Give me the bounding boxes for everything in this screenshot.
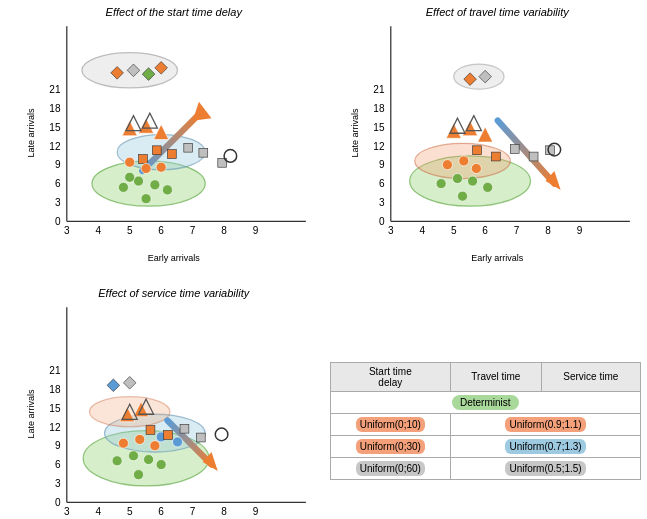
legend-row3-start: Uniform(0;60) xyxy=(330,457,451,479)
chart2-area: Late arrivals 0 3 6 9 12 15 18 21 3 4 5 … xyxy=(352,20,644,247)
legend-determinist-cell: Determinist xyxy=(330,391,641,413)
legend-row2-start: Uniform(0;30) xyxy=(330,435,451,457)
uniform-07-13-badge: Uniform(0.7;1.3) xyxy=(505,439,585,454)
svg-rect-78 xyxy=(491,152,500,161)
legend-row2-travel: Uniform(0.7;1.3) xyxy=(451,435,641,457)
svg-marker-21 xyxy=(193,102,212,121)
legend-panel: Start timedelay Travel time Service time… xyxy=(324,281,648,520)
svg-text:0: 0 xyxy=(378,216,384,227)
svg-point-70 xyxy=(452,174,462,184)
svg-text:7: 7 xyxy=(513,225,519,236)
page-container: Effect of the start time delay Late arri… xyxy=(0,0,647,519)
svg-marker-131 xyxy=(123,376,136,389)
chart3-area: Late arrivals 0 3 6 9 12 15 18 21 3 4 5 … xyxy=(28,301,320,520)
svg-text:5: 5 xyxy=(127,505,133,516)
legend-table: Start timedelay Travel time Service time… xyxy=(330,362,642,480)
svg-point-75 xyxy=(458,156,468,166)
uniform-0-10-badge: Uniform(0;10) xyxy=(356,417,425,432)
legend-row1-travel: Uniform(0.9;1.1) xyxy=(451,413,641,435)
chart1-area: Late arrivals 0 3 6 9 12 15 18 21 3 4 5 … xyxy=(28,20,320,247)
svg-point-46 xyxy=(224,150,237,163)
svg-text:21: 21 xyxy=(373,84,385,95)
svg-text:3: 3 xyxy=(55,478,61,489)
svg-point-22 xyxy=(118,182,128,192)
chart2-ylabel: Late arrivals xyxy=(349,109,359,158)
chart1-panel: Effect of the start time delay Late arri… xyxy=(0,0,324,281)
svg-point-114 xyxy=(144,454,154,464)
svg-rect-125 xyxy=(196,433,205,442)
svg-point-119 xyxy=(150,440,160,450)
svg-text:5: 5 xyxy=(127,225,133,236)
header-travel-time: Travel time xyxy=(451,362,541,391)
uniform-0-60-badge: Uniform(0;60) xyxy=(356,461,425,476)
chart3-svg: 0 3 6 9 12 15 18 21 3 4 5 6 7 8 9 xyxy=(28,301,320,520)
svg-text:8: 8 xyxy=(221,225,227,236)
svg-text:15: 15 xyxy=(373,122,385,133)
svg-point-73 xyxy=(457,191,467,201)
legend-row-determinist: Determinist xyxy=(330,391,641,413)
legend-row-2: Uniform(0;30) Uniform(0.7;1.3) xyxy=(330,435,641,457)
svg-text:9: 9 xyxy=(55,440,61,451)
svg-point-121 xyxy=(172,436,182,446)
header-start-time: Start timedelay xyxy=(330,362,451,391)
svg-point-118 xyxy=(135,434,145,444)
svg-point-69 xyxy=(436,179,446,189)
svg-rect-31 xyxy=(184,143,193,152)
chart3-panel: Effect of service time variability Late … xyxy=(0,281,324,520)
svg-point-132 xyxy=(215,428,228,441)
svg-rect-32 xyxy=(199,148,208,157)
legend-row3-travel: Uniform(0.5;1.5) xyxy=(451,457,641,479)
svg-rect-122 xyxy=(146,425,155,434)
legend-row-3: Uniform(0;60) Uniform(0.5;1.5) xyxy=(330,457,641,479)
svg-text:12: 12 xyxy=(49,421,61,432)
svg-text:8: 8 xyxy=(545,225,551,236)
chart3-title: Effect of service time variability xyxy=(28,287,320,299)
svg-point-34 xyxy=(125,157,135,167)
svg-point-72 xyxy=(482,182,492,192)
svg-point-116 xyxy=(133,469,143,479)
chart2-xlabel: Early arrivals xyxy=(471,253,523,263)
chart1-xlabel: Early arrivals xyxy=(148,253,200,263)
svg-marker-84 xyxy=(477,127,492,142)
svg-point-25 xyxy=(125,172,135,182)
svg-text:15: 15 xyxy=(49,402,61,413)
svg-text:9: 9 xyxy=(576,225,582,236)
uniform-09-11-badge: Uniform(0.9;1.1) xyxy=(505,417,585,432)
svg-rect-77 xyxy=(472,146,481,155)
svg-text:21: 21 xyxy=(49,84,61,95)
svg-text:6: 6 xyxy=(158,225,164,236)
svg-point-113 xyxy=(128,450,138,460)
svg-text:18: 18 xyxy=(373,103,385,114)
svg-text:12: 12 xyxy=(373,141,385,152)
uniform-05-15-badge: Uniform(0.5;1.5) xyxy=(505,461,585,476)
svg-text:9: 9 xyxy=(253,505,259,516)
svg-marker-130 xyxy=(107,379,120,392)
svg-text:4: 4 xyxy=(95,225,101,236)
svg-text:3: 3 xyxy=(378,197,384,208)
legend-row1-start: Uniform(0;10) xyxy=(330,413,451,435)
svg-text:6: 6 xyxy=(55,178,61,189)
chart1-svg: 0 3 6 9 12 15 18 21 3 4 5 6 7 8 9 xyxy=(28,20,320,247)
svg-point-36 xyxy=(156,162,166,172)
svg-point-115 xyxy=(156,459,166,469)
svg-point-27 xyxy=(141,194,151,204)
svg-text:18: 18 xyxy=(49,383,61,394)
svg-text:12: 12 xyxy=(49,141,61,152)
svg-point-71 xyxy=(467,176,477,186)
svg-point-35 xyxy=(141,163,151,173)
svg-rect-80 xyxy=(529,152,538,161)
svg-text:4: 4 xyxy=(95,505,101,516)
svg-rect-30 xyxy=(139,155,148,164)
header-service-time: Service time xyxy=(541,362,640,391)
svg-text:6: 6 xyxy=(482,225,488,236)
svg-text:18: 18 xyxy=(49,103,61,114)
svg-point-74 xyxy=(442,160,452,170)
svg-text:3: 3 xyxy=(64,505,70,516)
chart2-panel: Effect of travel time variability Late a… xyxy=(324,0,648,281)
svg-rect-79 xyxy=(510,145,519,154)
svg-text:3: 3 xyxy=(64,225,70,236)
svg-rect-29 xyxy=(167,150,176,159)
svg-rect-124 xyxy=(180,424,189,433)
svg-rect-123 xyxy=(164,430,173,439)
chart2-title: Effect of travel time variability xyxy=(352,6,644,18)
